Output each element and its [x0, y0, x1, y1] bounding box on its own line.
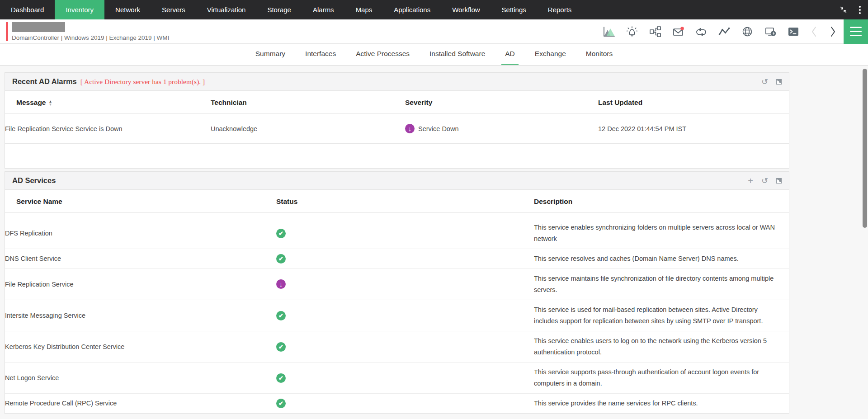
- service-row[interactable]: Net Logon Service This service supports …: [5, 363, 789, 394]
- kebab-menu-icon[interactable]: [859, 6, 861, 14]
- mail-notification-icon[interactable]: [671, 25, 685, 38]
- service-name[interactable]: Kerberos Key Distribution Center Service: [5, 331, 276, 363]
- terminal-icon[interactable]: [787, 25, 800, 38]
- column-header-description[interactable]: Description: [534, 190, 789, 213]
- collapse-panel-icon[interactable]: [776, 178, 782, 184]
- nav-label: Servers: [162, 6, 185, 14]
- tab-installed-software[interactable]: Installed Software: [426, 44, 489, 65]
- column-header-severity[interactable]: Severity: [405, 91, 598, 114]
- service-description: This service resolves and caches (Domain…: [534, 249, 789, 269]
- page-scrollbar-track[interactable]: [862, 66, 868, 419]
- nav-item-reports[interactable]: Reports: [537, 0, 583, 19]
- page-scrollbar-thumb[interactable]: [863, 69, 867, 228]
- alarm-message[interactable]: File Replication Service Service is Down: [5, 114, 211, 144]
- ad-services-header: AD Services + ↺: [5, 172, 789, 190]
- column-header-service-name[interactable]: Service Name: [5, 190, 276, 213]
- panel-actions: ↺: [761, 78, 782, 85]
- tab-label: Interfaces: [305, 50, 336, 58]
- tab-monitors[interactable]: Monitors: [582, 44, 616, 65]
- nav-item-network[interactable]: Network: [104, 0, 151, 19]
- nav-item-workflow[interactable]: Workflow: [441, 0, 491, 19]
- column-label: Severity: [405, 99, 432, 106]
- device-toolbar: [602, 25, 837, 38]
- nav-label: Storage: [267, 6, 291, 14]
- nav-item-servers[interactable]: Servers: [151, 0, 196, 19]
- nav-item-alarms[interactable]: Alarms: [302, 0, 345, 19]
- column-label: Technician: [211, 99, 247, 106]
- service-description: This service enables users to log on to …: [534, 331, 789, 363]
- device-info: DomainController | Windows 2019 | Exchan…: [12, 22, 169, 41]
- sync-loop-icon[interactable]: [694, 25, 708, 38]
- service-status: [276, 300, 534, 331]
- column-header-message[interactable]: Message▲▼: [5, 91, 211, 114]
- menu-hamburger-icon[interactable]: [844, 19, 868, 44]
- service-row[interactable]: DNS Client Service This service resolves…: [5, 249, 789, 269]
- sort-icon[interactable]: ▲▼: [48, 100, 52, 106]
- nav-item-virtualization[interactable]: Virtualization: [196, 0, 257, 19]
- recent-ad-alarms-header: Recent AD Alarms [ Active Directory serv…: [5, 73, 789, 91]
- nav-label: Workflow: [452, 6, 480, 14]
- monitor-pulse-icon[interactable]: [717, 25, 731, 38]
- status-up-icon: [276, 311, 286, 320]
- column-header-technician[interactable]: Technician: [211, 91, 405, 114]
- collapse-panel-icon[interactable]: [776, 79, 782, 85]
- service-row[interactable]: Remote Procedure Call (RPC) Service This…: [5, 394, 789, 414]
- panel-title: Recent AD Alarms: [12, 77, 77, 86]
- nav-item-settings[interactable]: Settings: [491, 0, 537, 19]
- service-name[interactable]: Remote Procedure Call (RPC) Service: [5, 394, 276, 414]
- nav-label: Virtualization: [207, 6, 246, 14]
- nav-item-maps[interactable]: Maps: [345, 0, 383, 19]
- service-row[interactable]: DFS Replication This service enables syn…: [5, 213, 789, 249]
- service-status: [276, 394, 534, 414]
- service-status: [276, 331, 534, 363]
- compress-icon[interactable]: [836, 3, 850, 17]
- add-icon[interactable]: +: [748, 177, 753, 184]
- tab-exchange[interactable]: Exchange: [531, 44, 570, 65]
- alarm-severity: Service Down: [405, 114, 598, 144]
- tab-ad[interactable]: AD: [501, 44, 519, 65]
- alarms-table: Message▲▼ Technician Severity Last Updat…: [5, 91, 789, 144]
- tab-label: Monitors: [586, 50, 613, 58]
- nav-label: Settings: [502, 6, 526, 14]
- service-row[interactable]: Kerberos Key Distribution Center Service…: [5, 331, 789, 363]
- column-label: Message: [16, 99, 46, 106]
- topology-icon[interactable]: [648, 25, 662, 38]
- panel-title: AD Services: [12, 176, 56, 185]
- service-name[interactable]: File Replication Service: [5, 269, 276, 300]
- chevron-left-icon[interactable]: [810, 25, 819, 38]
- severity-down-icon: [405, 124, 415, 133]
- service-row[interactable]: Intersite Messaging Service This service…: [5, 300, 789, 331]
- service-name[interactable]: DFS Replication: [5, 213, 276, 249]
- top-navbar: Dashboard Inventory Network Servers Virt…: [0, 0, 868, 19]
- alarm-last-updated: 12 Dec 2022 01:44:54 PM IST: [598, 114, 789, 144]
- nav-item-applications[interactable]: Applications: [383, 0, 441, 19]
- service-name[interactable]: Net Logon Service: [5, 363, 276, 394]
- device-block: DomainController | Windows 2019 | Exchan…: [6, 22, 169, 41]
- remote-session-icon[interactable]: [764, 25, 777, 38]
- service-name[interactable]: DNS Client Service: [5, 249, 276, 269]
- tab-interfaces[interactable]: Interfaces: [302, 44, 340, 65]
- refresh-icon[interactable]: ↺: [761, 78, 768, 85]
- service-row[interactable]: File Replication Service This service ma…: [5, 269, 789, 300]
- refresh-icon[interactable]: ↺: [761, 177, 768, 184]
- status-up-icon: [276, 229, 286, 238]
- globe-icon[interactable]: [741, 25, 754, 38]
- column-label: Description: [534, 198, 572, 205]
- tab-summary[interactable]: Summary: [252, 44, 289, 65]
- nav-item-inventory[interactable]: Inventory: [55, 0, 104, 19]
- alarm-bell-icon[interactable]: [625, 25, 639, 38]
- chevron-right-icon[interactable]: [828, 25, 837, 38]
- service-name[interactable]: Intersite Messaging Service: [5, 300, 276, 331]
- tab-label: Exchange: [535, 50, 566, 58]
- nav-item-storage[interactable]: Storage: [256, 0, 302, 19]
- tab-active-processes[interactable]: Active Processes: [352, 44, 413, 65]
- alarm-row[interactable]: File Replication Service Service is Down…: [5, 114, 789, 144]
- severity-label: Service Down: [418, 125, 458, 132]
- tab-label: AD: [505, 50, 515, 58]
- column-header-status[interactable]: Status: [276, 190, 534, 213]
- performance-chart-icon[interactable]: [602, 25, 616, 38]
- nav-item-dashboard[interactable]: Dashboard: [0, 0, 55, 19]
- column-header-last-updated[interactable]: Last Updated: [598, 91, 789, 114]
- service-status: [276, 363, 534, 394]
- service-description: This service is used for mail-based repl…: [534, 300, 789, 331]
